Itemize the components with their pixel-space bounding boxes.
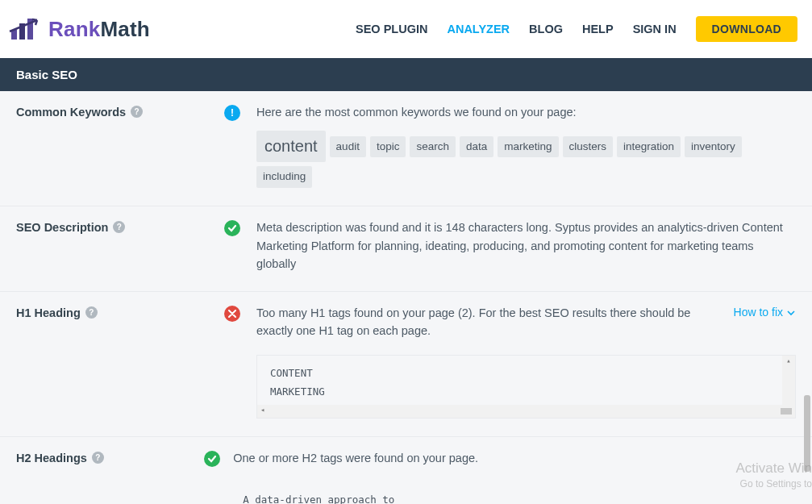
how-to-fix-link[interactable]: How to fix: [734, 304, 796, 322]
status-col: [224, 219, 256, 273]
row-h1-heading: H1 Heading ? Too many H1 tags found on y…: [0, 292, 812, 437]
keyword-tag: clusters: [563, 136, 614, 158]
row-seo-description: SEO Description ? Meta description was f…: [0, 206, 812, 291]
nav-analyzer[interactable]: ANALYZER: [447, 23, 510, 35]
keyword-tag: audit: [330, 136, 366, 158]
main-header: RankMath SEO PLUGIN ANALYZER BLOG HELP S…: [0, 0, 812, 58]
nav-blog[interactable]: BLOG: [529, 23, 563, 35]
scroll-thumb[interactable]: [781, 408, 792, 414]
row-label: H1 Heading ?: [16, 304, 224, 419]
keyword-tag: data: [460, 136, 493, 158]
nav-sign-in[interactable]: SIGN IN: [633, 23, 677, 35]
row-label: Common Keywords ?: [16, 103, 224, 188]
brand-text: RankMath: [48, 17, 150, 42]
code-horizontal-scrollbar[interactable]: ◂ ▸: [257, 405, 790, 418]
keyword-tag: topic: [370, 136, 406, 158]
row-label: H2 Headings ?: [16, 449, 204, 504]
page-scrollbar-thumb[interactable]: [804, 395, 810, 472]
help-icon[interactable]: ?: [85, 306, 98, 319]
status-col: [204, 449, 233, 504]
nav-seo-plugin[interactable]: SEO PLUGIN: [356, 23, 427, 35]
top-nav: SEO PLUGIN ANALYZER BLOG HELP SIGN IN DO…: [356, 16, 797, 42]
keyword-tag: marketing: [498, 136, 558, 158]
help-icon[interactable]: ?: [113, 221, 125, 233]
brand-logo[interactable]: RankMath: [8, 15, 150, 43]
row-body: Here are the most common keywords we fou…: [256, 103, 796, 188]
row-body: Meta description was found and it is 148…: [256, 219, 796, 273]
status-info-icon: !: [224, 105, 240, 121]
keywords-list: content audit topic search data marketin…: [256, 131, 796, 188]
section-header: Basic SEO: [0, 58, 812, 91]
keyword-tag: search: [410, 136, 456, 158]
keyword-tag: content: [256, 131, 326, 162]
keyword-tag: including: [256, 166, 312, 188]
status-pass-icon: [204, 451, 220, 467]
help-icon[interactable]: ?: [131, 106, 143, 118]
status-pass-icon: [224, 220, 240, 236]
h2-code-box[interactable]: A data-driven approach to content market…: [233, 482, 796, 504]
row-h2-headings: H2 Headings ? One or more H2 tags were f…: [0, 437, 812, 504]
nav-help[interactable]: HELP: [582, 23, 614, 35]
row-body: One or more H2 tags were found on your p…: [233, 449, 796, 504]
status-fail-icon: [224, 306, 240, 322]
keyword-tag: inventory: [685, 136, 742, 158]
download-button[interactable]: DOWNLOAD: [696, 16, 797, 42]
logo-mark-icon: [8, 15, 42, 43]
row-common-keywords: Common Keywords ? ! Here are the most co…: [0, 91, 812, 206]
h1-code-box[interactable]: CONTENT MARKETING ▴ ▾ ◂ ▸: [256, 355, 796, 419]
help-icon[interactable]: ?: [92, 452, 104, 464]
status-col: [224, 304, 256, 419]
status-col: !: [224, 103, 256, 188]
scroll-left-icon[interactable]: ◂: [257, 406, 268, 417]
chevron-down-icon: [786, 308, 796, 318]
scroll-up-icon[interactable]: ▴: [782, 356, 795, 369]
row-label: SEO Description ?: [16, 219, 224, 273]
row-body: Too many H1 tags found on your page (2).…: [256, 304, 796, 419]
keyword-tag: integration: [617, 136, 681, 158]
